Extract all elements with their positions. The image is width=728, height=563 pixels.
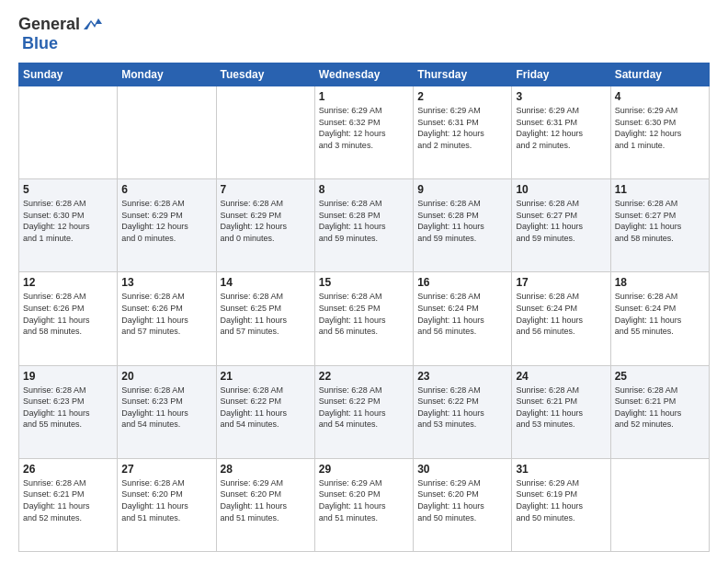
weekday-header-tuesday: Tuesday	[216, 63, 314, 86]
calendar-cell: 23Sunrise: 6:28 AM Sunset: 6:22 PM Dayli…	[414, 365, 512, 458]
day-number: 15	[319, 276, 409, 289]
calendar-cell: 20Sunrise: 6:28 AM Sunset: 6:23 PM Dayli…	[118, 365, 216, 458]
calendar-cell: 28Sunrise: 6:29 AM Sunset: 6:20 PM Dayli…	[216, 458, 314, 551]
day-info: Sunrise: 6:29 AM Sunset: 6:31 PM Dayligh…	[516, 105, 606, 151]
logo-general-text: General	[18, 15, 80, 34]
day-info: Sunrise: 6:28 AM Sunset: 6:24 PM Dayligh…	[615, 291, 705, 337]
logo-blue-text: Blue	[22, 34, 58, 52]
calendar-cell: 7Sunrise: 6:28 AM Sunset: 6:29 PM Daylig…	[216, 179, 314, 272]
calendar-cell: 1Sunrise: 6:29 AM Sunset: 6:32 PM Daylig…	[314, 86, 413, 179]
day-info: Sunrise: 6:28 AM Sunset: 6:28 PM Dayligh…	[417, 198, 507, 244]
calendar-week-row: 19Sunrise: 6:28 AM Sunset: 6:23 PM Dayli…	[19, 365, 710, 458]
calendar-week-row: 12Sunrise: 6:28 AM Sunset: 6:26 PM Dayli…	[19, 272, 710, 365]
day-number: 18	[615, 276, 705, 289]
day-number: 12	[23, 276, 113, 289]
day-info: Sunrise: 6:28 AM Sunset: 6:30 PM Dayligh…	[23, 198, 113, 244]
calendar-cell: 24Sunrise: 6:28 AM Sunset: 6:21 PM Dayli…	[512, 365, 610, 458]
logo: General Blue	[18, 15, 102, 53]
day-number: 31	[516, 463, 606, 476]
calendar-cell: 3Sunrise: 6:29 AM Sunset: 6:31 PM Daylig…	[512, 86, 610, 179]
calendar-cell: 8Sunrise: 6:28 AM Sunset: 6:28 PM Daylig…	[314, 179, 413, 272]
day-info: Sunrise: 6:29 AM Sunset: 6:32 PM Dayligh…	[319, 105, 409, 151]
day-number: 5	[23, 183, 113, 196]
day-info: Sunrise: 6:28 AM Sunset: 6:22 PM Dayligh…	[319, 385, 409, 431]
day-info: Sunrise: 6:28 AM Sunset: 6:20 PM Dayligh…	[121, 477, 211, 523]
page: General Blue SundayMondayTuesdayWednesda…	[0, 0, 728, 563]
day-info: Sunrise: 6:29 AM Sunset: 6:30 PM Dayligh…	[615, 105, 705, 151]
weekday-header-friday: Friday	[512, 63, 610, 86]
calendar-cell: 30Sunrise: 6:29 AM Sunset: 6:20 PM Dayli…	[414, 458, 512, 551]
day-info: Sunrise: 6:28 AM Sunset: 6:23 PM Dayligh…	[121, 385, 211, 431]
day-info: Sunrise: 6:29 AM Sunset: 6:20 PM Dayligh…	[417, 477, 507, 523]
day-info: Sunrise: 6:28 AM Sunset: 6:24 PM Dayligh…	[516, 291, 606, 337]
calendar-cell: 18Sunrise: 6:28 AM Sunset: 6:24 PM Dayli…	[610, 272, 709, 365]
day-number: 29	[319, 463, 409, 476]
day-number: 30	[417, 463, 507, 476]
calendar-cell: 14Sunrise: 6:28 AM Sunset: 6:25 PM Dayli…	[216, 272, 314, 365]
calendar-cell: 19Sunrise: 6:28 AM Sunset: 6:23 PM Dayli…	[19, 365, 118, 458]
calendar-cell	[118, 86, 216, 179]
day-number: 27	[121, 463, 211, 476]
calendar-cell: 9Sunrise: 6:28 AM Sunset: 6:28 PM Daylig…	[414, 179, 512, 272]
day-info: Sunrise: 6:28 AM Sunset: 6:29 PM Dayligh…	[121, 198, 211, 244]
day-number: 10	[516, 183, 606, 196]
day-number: 2	[417, 90, 507, 103]
day-number: 4	[615, 90, 705, 103]
day-number: 16	[417, 276, 507, 289]
day-number: 28	[221, 463, 311, 476]
day-info: Sunrise: 6:28 AM Sunset: 6:27 PM Dayligh…	[615, 198, 705, 244]
calendar-cell	[610, 458, 709, 551]
day-info: Sunrise: 6:28 AM Sunset: 6:21 PM Dayligh…	[23, 477, 113, 523]
calendar-cell: 25Sunrise: 6:28 AM Sunset: 6:21 PM Dayli…	[610, 365, 709, 458]
header: General Blue	[18, 15, 710, 53]
day-number: 19	[23, 370, 113, 383]
day-number: 11	[615, 183, 705, 196]
calendar-week-row: 5Sunrise: 6:28 AM Sunset: 6:30 PM Daylig…	[19, 179, 710, 272]
calendar-cell: 22Sunrise: 6:28 AM Sunset: 6:22 PM Dayli…	[314, 365, 413, 458]
day-number: 9	[417, 183, 507, 196]
day-number: 14	[221, 276, 311, 289]
calendar-cell: 26Sunrise: 6:28 AM Sunset: 6:21 PM Dayli…	[19, 458, 118, 551]
day-info: Sunrise: 6:28 AM Sunset: 6:29 PM Dayligh…	[221, 198, 311, 244]
calendar-cell: 27Sunrise: 6:28 AM Sunset: 6:20 PM Dayli…	[118, 458, 216, 551]
calendar-cell: 10Sunrise: 6:28 AM Sunset: 6:27 PM Dayli…	[512, 179, 610, 272]
calendar-week-row: 1Sunrise: 6:29 AM Sunset: 6:32 PM Daylig…	[19, 86, 710, 179]
calendar-cell: 17Sunrise: 6:28 AM Sunset: 6:24 PM Dayli…	[512, 272, 610, 365]
day-info: Sunrise: 6:29 AM Sunset: 6:19 PM Dayligh…	[516, 477, 606, 523]
day-info: Sunrise: 6:28 AM Sunset: 6:24 PM Dayligh…	[417, 291, 507, 337]
calendar-cell: 15Sunrise: 6:28 AM Sunset: 6:25 PM Dayli…	[314, 272, 413, 365]
day-number: 25	[615, 370, 705, 383]
day-info: Sunrise: 6:28 AM Sunset: 6:22 PM Dayligh…	[221, 385, 311, 431]
day-info: Sunrise: 6:28 AM Sunset: 6:22 PM Dayligh…	[417, 385, 507, 431]
day-info: Sunrise: 6:28 AM Sunset: 6:26 PM Dayligh…	[121, 291, 211, 337]
day-info: Sunrise: 6:28 AM Sunset: 6:25 PM Dayligh…	[221, 291, 311, 337]
calendar-table: SundayMondayTuesdayWednesdayThursdayFrid…	[18, 63, 710, 552]
calendar-cell: 2Sunrise: 6:29 AM Sunset: 6:31 PM Daylig…	[414, 86, 512, 179]
day-info: Sunrise: 6:29 AM Sunset: 6:31 PM Dayligh…	[417, 105, 507, 151]
day-number: 17	[516, 276, 606, 289]
calendar-cell: 21Sunrise: 6:28 AM Sunset: 6:22 PM Dayli…	[216, 365, 314, 458]
weekday-header-sunday: Sunday	[19, 63, 118, 86]
day-info: Sunrise: 6:28 AM Sunset: 6:21 PM Dayligh…	[516, 385, 606, 431]
day-info: Sunrise: 6:29 AM Sunset: 6:20 PM Dayligh…	[221, 477, 311, 523]
weekday-header-row: SundayMondayTuesdayWednesdayThursdayFrid…	[19, 63, 710, 86]
calendar-cell: 13Sunrise: 6:28 AM Sunset: 6:26 PM Dayli…	[118, 272, 216, 365]
day-info: Sunrise: 6:28 AM Sunset: 6:27 PM Dayligh…	[516, 198, 606, 244]
day-number: 8	[319, 183, 409, 196]
weekday-header-saturday: Saturday	[610, 63, 709, 86]
calendar-cell	[216, 86, 314, 179]
day-info: Sunrise: 6:28 AM Sunset: 6:23 PM Dayligh…	[23, 385, 113, 431]
calendar-cell: 4Sunrise: 6:29 AM Sunset: 6:30 PM Daylig…	[610, 86, 709, 179]
calendar-cell: 5Sunrise: 6:28 AM Sunset: 6:30 PM Daylig…	[19, 179, 118, 272]
day-number: 3	[516, 90, 606, 103]
svg-marker-0	[84, 18, 102, 29]
day-number: 7	[221, 183, 311, 196]
day-number: 13	[121, 276, 211, 289]
day-number: 22	[319, 370, 409, 383]
calendar-week-row: 26Sunrise: 6:28 AM Sunset: 6:21 PM Dayli…	[19, 458, 710, 551]
day-info: Sunrise: 6:29 AM Sunset: 6:20 PM Dayligh…	[319, 477, 409, 523]
day-info: Sunrise: 6:28 AM Sunset: 6:28 PM Dayligh…	[319, 198, 409, 244]
calendar-cell: 6Sunrise: 6:28 AM Sunset: 6:29 PM Daylig…	[118, 179, 216, 272]
weekday-header-wednesday: Wednesday	[314, 63, 413, 86]
calendar-cell: 16Sunrise: 6:28 AM Sunset: 6:24 PM Dayli…	[414, 272, 512, 365]
